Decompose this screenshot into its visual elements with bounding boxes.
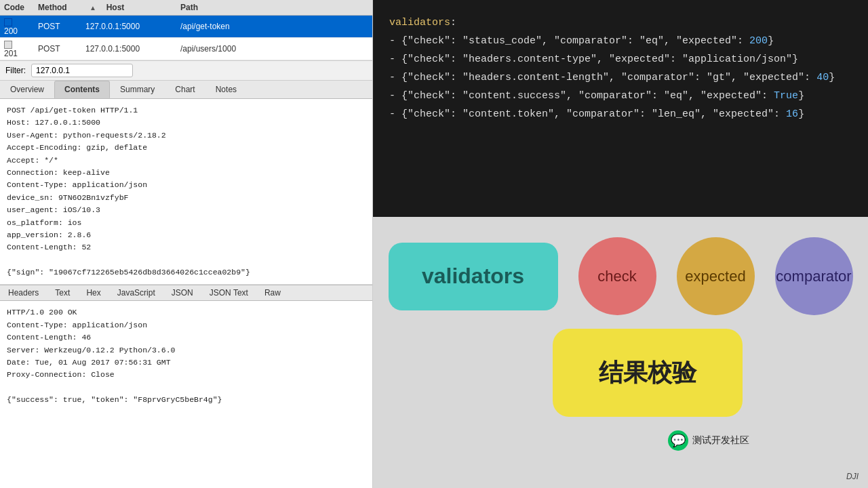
code-title-line: validators: — [389, 14, 852, 32]
request-line: POST /api/get-token HTTP/1.1 — [7, 104, 366, 117]
col-code: Code — [0, 1, 34, 14]
tab-summary[interactable]: Summary — [110, 81, 165, 98]
row-icon — [4, 41, 12, 49]
request-line: device_sn: 9TN6O2Bn1vzfybF — [7, 192, 366, 204]
request-line: User-Agent: python-requests/2.18.2 — [7, 129, 366, 142]
validators-bubble: validators — [389, 243, 558, 310]
wechat-section: 💬 测试开发社区 — [668, 430, 749, 451]
response-line: Content-Length: 46 — [7, 331, 366, 344]
filter-bar: Filter: — [0, 61, 372, 81]
right-panel: validators: - {"check": "status_code", "… — [373, 0, 868, 488]
response-line: Content-Type: application/json — [7, 319, 366, 331]
brand-watermark: DJI — [846, 472, 859, 481]
response-tabs: Headers Text Hex JavaScript JSON JSON Te… — [0, 285, 372, 301]
check-bubble: check — [578, 237, 656, 315]
col-path: Path — [176, 1, 372, 14]
row-code: 201 — [0, 38, 34, 60]
response-line: Server: Werkzeug/0.12.2 Python/3.6.0 — [7, 344, 366, 357]
row-host: 127.0.0.1:5000 — [81, 20, 176, 33]
request-line: {"sign": "19067cf712265eb5426db8d3664026… — [7, 266, 366, 279]
validators-keyword: validators — [389, 17, 450, 28]
code-line-1: - {"check": "status_code", "comparator":… — [389, 32, 852, 50]
col-host: ▲ Host — [81, 1, 176, 14]
tab-overview[interactable]: Overview — [0, 81, 54, 98]
response-line: Proxy-Connection: Close — [7, 369, 366, 381]
request-line: app_version: 2.8.6 — [7, 229, 366, 241]
code-line-4: - {"check": "content.success", "comparat… — [389, 87, 852, 105]
sort-arrow-icon: ▲ — [85, 3, 102, 13]
row-method: POST — [34, 20, 81, 33]
tab-contents[interactable]: Contents — [54, 81, 110, 98]
code-line-3: - {"check": "headers.content-length", "c… — [389, 68, 852, 87]
response-line: Date: Tue, 01 Aug 2017 07:56:31 GMT — [7, 357, 366, 369]
tab-text[interactable]: Text — [47, 285, 78, 300]
request-line: user_agent: iOS/10.3 — [7, 204, 366, 216]
tab-headers[interactable]: Headers — [0, 285, 47, 300]
code-block: validators: - {"check": "status_code", "… — [373, 0, 868, 217]
col-method: Method — [34, 1, 81, 14]
tab-chart[interactable]: Chart — [165, 81, 205, 98]
table-row[interactable]: 200 POST 127.0.0.1:5000 /api/get-token — [0, 16, 372, 38]
expected-bubble: expected — [677, 237, 755, 315]
response-body: HTTP/1.0 200 OK Content-Type: applicatio… — [0, 301, 372, 488]
row-path: /api/get-token — [176, 20, 372, 33]
tab-json-text[interactable]: JSON Text — [201, 285, 256, 300]
code-line-2: - {"check": "headers.content-type", "exp… — [389, 50, 852, 68]
request-line — [7, 254, 366, 266]
row-code: 200 — [0, 16, 34, 37]
network-table: Code Method ▲ Host Path 200 POST 127.0.0… — [0, 0, 372, 61]
bubbles-row: validators check expected comparator — [389, 237, 853, 315]
tab-notes[interactable]: Notes — [205, 81, 247, 98]
request-line: Accept: */* — [7, 155, 366, 167]
community-label: 测试开发社区 — [692, 434, 749, 447]
row-method: POST — [34, 43, 81, 55]
request-line: Host: 127.0.0.1:5000 — [7, 117, 366, 129]
response-line: HTTP/1.0 200 OK — [7, 306, 366, 319]
table-row[interactable]: 201 POST 127.0.0.1:5000 /api/users/1000 — [0, 38, 372, 60]
response-line — [7, 382, 366, 394]
tab-json[interactable]: JSON — [163, 285, 201, 300]
bubble-section: validators check expected comparator 结果校… — [373, 224, 868, 488]
request-line: Content-Length: 52 — [7, 241, 366, 253]
request-details: POST /api/get-token HTTP/1.1 Host: 127.0… — [0, 99, 372, 285]
tab-raw[interactable]: Raw — [256, 285, 289, 300]
filter-input[interactable] — [31, 64, 133, 77]
tabs-bar: Overview Contents Summary Chart Notes — [0, 81, 372, 99]
request-line: Connection: keep-alive — [7, 167, 366, 179]
request-line: Accept-Encoding: gzip, deflate — [7, 142, 366, 154]
row-host: 127.0.0.1:5000 — [81, 43, 176, 55]
tab-hex[interactable]: Hex — [78, 285, 108, 300]
request-line: Content-Type: application/json — [7, 179, 366, 191]
code-line-5: - {"check": "content.token", "comparator… — [389, 105, 852, 123]
wechat-icon: 💬 — [668, 430, 688, 451]
tab-javascript[interactable]: JavaScript — [109, 285, 163, 300]
row-path: /api/users/1000 — [176, 43, 372, 55]
comparator-bubble: comparator — [775, 237, 853, 315]
left-panel: Code Method ▲ Host Path 200 POST 127.0.0… — [0, 0, 373, 488]
filter-label: Filter: — [5, 66, 26, 75]
table-header: Code Method ▲ Host Path — [0, 0, 372, 16]
row-icon — [4, 18, 12, 26]
result-bubble: 结果校验 — [553, 329, 743, 417]
request-line: os_platform: ios — [7, 217, 366, 229]
response-line: {"success": true, "token": "F8prvGryC5be… — [7, 394, 366, 406]
